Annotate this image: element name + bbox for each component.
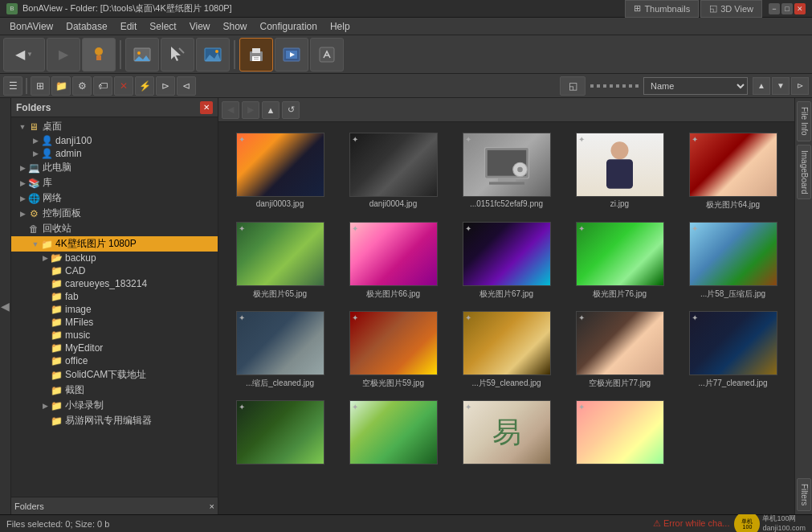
thumbnails-view-btn[interactable]: ⊞ xyxy=(31,76,50,96)
file-item[interactable]: ✦ ...片77_cleaned.jpg xyxy=(678,307,788,393)
tree-item-image[interactable]: 📁 image xyxy=(11,303,218,316)
minimize-button[interactable]: − xyxy=(769,3,780,14)
sort-extra-btn[interactable]: ⊳ xyxy=(791,77,809,95)
tree-item-admin[interactable]: ▶ 👤 admin xyxy=(11,147,218,160)
folder-icon: 📁 xyxy=(50,317,63,328)
menu-configuration[interactable]: Configuration xyxy=(254,18,324,35)
maximize-button[interactable]: □ xyxy=(781,3,793,14)
tree-item-4kwallpaper[interactable]: ▼ 📁 4K壁纸图片 1080P xyxy=(11,236,218,252)
tree-item-solidcam[interactable]: 📁 SolidCAM下载地址 xyxy=(11,367,218,383)
file-item[interactable]: ✦ danji0004.jpg xyxy=(338,129,448,215)
tree-item-danji100[interactable]: ▶ 👤 danji100 xyxy=(11,134,218,147)
tree-item-screenshot[interactable]: 📁 截图 xyxy=(11,383,218,398)
nav-refresh-btn[interactable]: ↺ xyxy=(282,101,300,119)
file-thumbnail: ✦ xyxy=(236,311,324,375)
sort-down-btn[interactable]: ▼ xyxy=(772,77,790,95)
file-item[interactable]: ✦ ...缩后_cleaned.jpg xyxy=(225,307,335,393)
tree-item-backup[interactable]: ▶ 📂 backup xyxy=(11,252,218,264)
tree-item-xluzhi[interactable]: ▶ 📁 小绿录制 xyxy=(11,398,218,413)
file-item[interactable]: ✦ xyxy=(225,396,335,471)
file-name: ...片77_cleaned.jpg xyxy=(698,378,767,389)
tree-item-library[interactable]: ▶ 📚 库 xyxy=(11,175,218,190)
export-btn[interactable]: ⊳ xyxy=(156,76,175,96)
file-item[interactable]: ✦ 空极光图片77.jpg xyxy=(565,307,675,393)
expand-icon: ▼ xyxy=(18,123,27,131)
thumbnails-tab[interactable]: ⊞ Thumbnails xyxy=(625,0,699,18)
tree-item-yiyou[interactable]: 📁 易游网讯专用编辑器 xyxy=(11,413,218,428)
tools-button[interactable] xyxy=(310,38,344,72)
sidebar-close-btn[interactable]: ✕ xyxy=(200,101,213,114)
select-button[interactable] xyxy=(161,38,194,72)
view-mode-button[interactable]: ☰ xyxy=(3,76,22,96)
delete-btn[interactable]: ✕ xyxy=(114,76,133,96)
back-button[interactable]: ◀ ▼ xyxy=(3,38,45,72)
file-item[interactable]: ✦ 极光图片67.jpg xyxy=(451,218,561,304)
file-item[interactable]: ✦ 极光图片66.jpg xyxy=(338,218,448,304)
import-btn[interactable]: ⊲ xyxy=(177,76,196,96)
tree-item-careueyes[interactable]: 📁 careueyes_183214 xyxy=(11,277,218,290)
file-item[interactable]: ✦ xyxy=(565,396,675,471)
main-toolbar: ◀ ▼ ▶ xyxy=(0,35,812,74)
tree-item-fab[interactable]: 📁 fab xyxy=(11,290,218,303)
menu-help[interactable]: Help xyxy=(324,18,357,35)
file-item[interactable]: ✦ ...片58_压缩后.jpg xyxy=(678,218,788,304)
tree-item-network[interactable]: ▶ 🌐 网络 xyxy=(11,190,218,206)
tree-item-music[interactable]: 📁 music xyxy=(11,329,218,342)
sidebar: Folders ✕ ▼ 🖥 桌面 ▶ 👤 danji100 ▶ xyxy=(11,98,218,514)
menu-edit[interactable]: Edit xyxy=(114,18,144,35)
tag-btn[interactable]: 🏷 xyxy=(93,76,112,96)
toolbar-sep-2 xyxy=(234,40,235,69)
star-icon: ✦ xyxy=(465,313,471,322)
nav-back-btn[interactable]: ◀ xyxy=(222,101,239,119)
print-button[interactable] xyxy=(239,38,273,72)
menu-select[interactable]: Select xyxy=(143,18,182,35)
right-panel: File Info ImageBoard Filters xyxy=(794,98,812,514)
menu-database[interactable]: Database xyxy=(59,18,113,35)
file-item[interactable]: ✦ ...片59_cleaned.jpg xyxy=(451,307,561,393)
tree-item-myeditor[interactable]: 📁 MyEditor xyxy=(11,342,218,354)
tree-item-controlpanel[interactable]: ▶ ⚙ 控制面板 xyxy=(11,206,218,221)
menu-show[interactable]: Show xyxy=(216,18,253,35)
tree-item-desktop[interactable]: ▼ 🖥 桌面 xyxy=(11,119,218,134)
file-item[interactable]: ✦ 易 xyxy=(451,396,561,471)
filters-tab[interactable]: Filters xyxy=(797,478,811,511)
extra-btn[interactable]: ⚡ xyxy=(135,76,154,96)
tree-item-office[interactable]: 📁 office xyxy=(11,354,218,367)
forward-button[interactable]: ▶ xyxy=(47,38,80,72)
open-viewer-button[interactable] xyxy=(125,38,159,72)
file-item[interactable]: ✦ danji0003.jpg xyxy=(225,129,335,215)
slideshow-button[interactable] xyxy=(275,38,308,72)
imageboard-tab[interactable]: ImageBoard xyxy=(797,145,811,199)
file-thumbnail: ✦ xyxy=(349,400,438,464)
menu-view[interactable]: View xyxy=(183,18,217,35)
file-item[interactable]: ✦ 空极光图片59.jpg xyxy=(338,307,448,393)
file-item[interactable]: ✦ xyxy=(338,396,448,471)
svg-point-3 xyxy=(137,51,141,55)
nav-bar: ◀ ▶ ▲ ↺ xyxy=(218,98,794,122)
sidebar-footer-close[interactable]: × xyxy=(210,501,214,511)
file-item[interactable]: ✦ ...0151fc52efaf9.png xyxy=(451,129,561,215)
view3d-tab[interactable]: ◱ 3D View xyxy=(700,0,762,18)
file-info-tab[interactable]: File Info xyxy=(797,101,811,141)
settings-btn[interactable]: ⚙ xyxy=(72,76,92,96)
up-button[interactable] xyxy=(82,38,116,72)
file-item[interactable]: ✦ zi.jpg xyxy=(565,129,675,215)
folder-btn[interactable]: 📁 xyxy=(51,76,71,96)
nav-parent-btn[interactable]: ▲ xyxy=(262,101,280,119)
tree-item-cad[interactable]: 📁 CAD xyxy=(11,264,218,277)
tree-item-recycle[interactable]: 🗑 回收站 xyxy=(11,221,218,236)
sidebar-collapse-btn[interactable]: ◀ xyxy=(0,98,11,514)
close-button[interactable]: ✕ xyxy=(794,3,806,14)
file-item[interactable]: ✦ 极光图片65.jpg xyxy=(225,218,335,304)
tree-item-thispc[interactable]: ▶ 💻 此电脑 xyxy=(11,160,218,175)
preview-btn[interactable]: ◱ xyxy=(560,76,586,96)
menu-bonaview[interactable]: BonAView xyxy=(3,18,59,35)
file-item[interactable]: ✦ 极光图片76.jpg xyxy=(565,218,675,304)
sort-select[interactable]: Name Date Size xyxy=(643,77,748,95)
nav-forward-btn[interactable]: ▶ xyxy=(242,101,259,119)
file-item[interactable]: ✦ 极光图片64.jpg xyxy=(678,129,788,215)
tree-item-mfiles[interactable]: 📁 MFiles xyxy=(11,316,218,329)
landscape-view-button[interactable] xyxy=(196,38,230,72)
sort-up-btn[interactable]: ▲ xyxy=(753,77,770,95)
window-controls: − □ ✕ xyxy=(769,3,806,14)
